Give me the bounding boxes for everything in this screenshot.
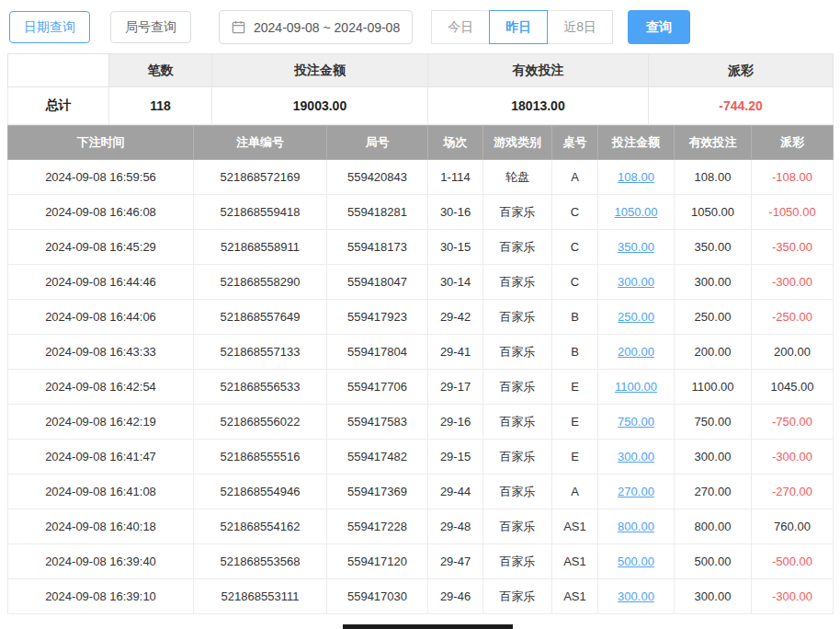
order-no: 521868559418 xyxy=(194,195,327,230)
table-row: 2024-09-08 16:43:33521868557133559417804… xyxy=(8,335,834,370)
payout: -270.00 xyxy=(752,475,834,509)
bet-amount-link[interactable]: 250.00 xyxy=(618,310,654,324)
payout: -250.00 xyxy=(752,300,834,335)
bet-time: 2024-09-08 16:39:10 xyxy=(8,579,194,614)
yesterday-button[interactable]: 昨日 xyxy=(489,10,548,44)
game-type: 百家乐 xyxy=(483,195,552,230)
table-row: 2024-09-08 16:44:46521868558290559418047… xyxy=(8,265,834,300)
date-query-tab-button[interactable]: 日期查询 xyxy=(9,11,90,43)
bet-records-table: 下注时间 注单编号 局号 场次 游戏类别 桌号 投注金额 有效投注 派彩 202… xyxy=(7,125,834,614)
game-type: 百家乐 xyxy=(483,475,552,509)
last8days-button[interactable]: 近8日 xyxy=(547,10,613,44)
payout: -108.00 xyxy=(752,160,834,195)
table-row: 2024-09-08 16:41:47521868555516559417482… xyxy=(8,440,834,475)
round-no: 559418173 xyxy=(327,230,428,265)
payout: 1045.00 xyxy=(752,370,834,405)
payout: 200.00 xyxy=(752,335,834,370)
table-row: 2024-09-08 16:39:40521868553568559417120… xyxy=(8,544,834,579)
table-row: 2024-09-08 16:44:06521868557649559417923… xyxy=(8,300,834,335)
summary-total-row: 总计 118 19003.00 18013.00 -744.20 xyxy=(8,87,834,125)
table-no: B xyxy=(552,300,598,335)
order-no: 521868558290 xyxy=(194,265,327,300)
round-no: 559417228 xyxy=(327,509,428,544)
bet-amount-link[interactable]: 270.00 xyxy=(618,485,654,498)
header-game-type: 游戏类别 xyxy=(483,126,552,160)
bet-amount-link[interactable]: 200.00 xyxy=(618,345,654,359)
bet-amount-link[interactable]: 800.00 xyxy=(618,520,654,533)
game-type: 百家乐 xyxy=(483,544,552,579)
summary-header-bet: 投注金额 xyxy=(212,54,428,87)
bet-amount-link[interactable]: 500.00 xyxy=(618,555,654,568)
table-no: C xyxy=(552,265,598,300)
game-type: 百家乐 xyxy=(483,405,552,440)
header-round-no: 局号 xyxy=(327,126,428,160)
valid-bet: 1100.00 xyxy=(675,370,752,405)
table-no: B xyxy=(552,335,598,370)
bet-amount-link[interactable]: 108.00 xyxy=(618,170,654,184)
session: 29-47 xyxy=(428,544,483,579)
table-row: 2024-09-08 16:59:56521868572169559420843… xyxy=(8,160,834,195)
bet-amount-link[interactable]: 300.00 xyxy=(618,275,654,289)
session: 29-46 xyxy=(428,579,483,614)
round-no: 559417369 xyxy=(327,475,428,509)
bet-amount-link[interactable]: 750.00 xyxy=(618,415,654,429)
bet-amount-link[interactable]: 1050.00 xyxy=(615,205,658,219)
summary-header-blank xyxy=(8,54,109,87)
bet-rows: 2024-09-08 16:59:56521868572169559420843… xyxy=(8,160,834,614)
payout: -350.00 xyxy=(752,230,834,265)
session: 30-16 xyxy=(428,195,483,230)
payout: -1050.00 xyxy=(752,195,834,230)
round-no: 559420843 xyxy=(327,160,428,195)
game-type: 百家乐 xyxy=(483,230,552,265)
table-no: A xyxy=(552,475,598,509)
summary-header-row: 笔数 投注金额 有效投注 派彩 xyxy=(8,54,834,87)
session: 30-14 xyxy=(428,265,483,300)
payout: -500.00 xyxy=(752,544,834,579)
valid-bet: 300.00 xyxy=(675,440,752,475)
payout: -750.00 xyxy=(752,405,834,440)
session: 29-42 xyxy=(428,300,483,335)
valid-bet: 300.00 xyxy=(675,265,752,300)
table-row: 2024-09-08 16:40:18521868554162559417228… xyxy=(8,509,834,544)
bet-amount-link[interactable]: 300.00 xyxy=(618,450,654,463)
session: 29-16 xyxy=(428,405,483,440)
table-no: C xyxy=(552,195,598,230)
summary-header-payout: 派彩 xyxy=(649,54,834,87)
round-no: 559417583 xyxy=(327,405,428,440)
summary-count: 118 xyxy=(109,87,212,125)
bet-amount-link[interactable]: 1100.00 xyxy=(615,380,657,394)
table-no: AS1 xyxy=(552,544,598,579)
table-no: A xyxy=(552,160,598,195)
valid-bet: 200.00 xyxy=(675,335,752,370)
order-no: 521868558911 xyxy=(194,230,327,265)
round-no: 559417923 xyxy=(327,300,428,335)
search-button[interactable]: 查询 xyxy=(628,10,690,44)
game-type: 百家乐 xyxy=(483,440,552,475)
today-button[interactable]: 今日 xyxy=(431,10,490,44)
table-row: 2024-09-08 16:45:29521868558911559418173… xyxy=(8,230,834,265)
bet-amount-link[interactable]: 300.00 xyxy=(618,589,654,603)
order-no: 521868572169 xyxy=(194,160,327,195)
session: 29-48 xyxy=(428,509,483,544)
bet-time: 2024-09-08 16:39:40 xyxy=(8,544,194,579)
header-session: 场次 xyxy=(428,126,483,160)
order-no: 521868554162 xyxy=(194,509,327,544)
payout: -300.00 xyxy=(752,440,834,475)
bet-amount-link[interactable]: 350.00 xyxy=(618,240,654,254)
query-toolbar: 日期查询 局号查询 2024-09-08 ~ 2024-09-08 今日 昨日 … xyxy=(0,0,840,53)
game-type: 轮盘 xyxy=(483,160,552,195)
game-type: 百家乐 xyxy=(483,300,552,335)
bet-time: 2024-09-08 16:44:06 xyxy=(8,300,194,335)
session: 29-44 xyxy=(428,475,483,509)
table-header-row: 下注时间 注单编号 局号 场次 游戏类别 桌号 投注金额 有效投注 派彩 xyxy=(8,126,834,160)
game-type: 百家乐 xyxy=(483,370,552,405)
payout: -300.00 xyxy=(752,579,834,614)
header-order-no: 注单编号 xyxy=(194,126,327,160)
round-query-tab-button[interactable]: 局号查询 xyxy=(110,11,191,43)
table-no: AS1 xyxy=(552,579,598,614)
order-no: 521868557649 xyxy=(194,300,327,335)
table-no: E xyxy=(552,440,598,475)
date-range-input[interactable]: 2024-09-08 ~ 2024-09-08 xyxy=(219,10,413,44)
table-no: C xyxy=(552,230,598,265)
table-row: 2024-09-08 16:42:54521868556533559417706… xyxy=(8,370,834,405)
